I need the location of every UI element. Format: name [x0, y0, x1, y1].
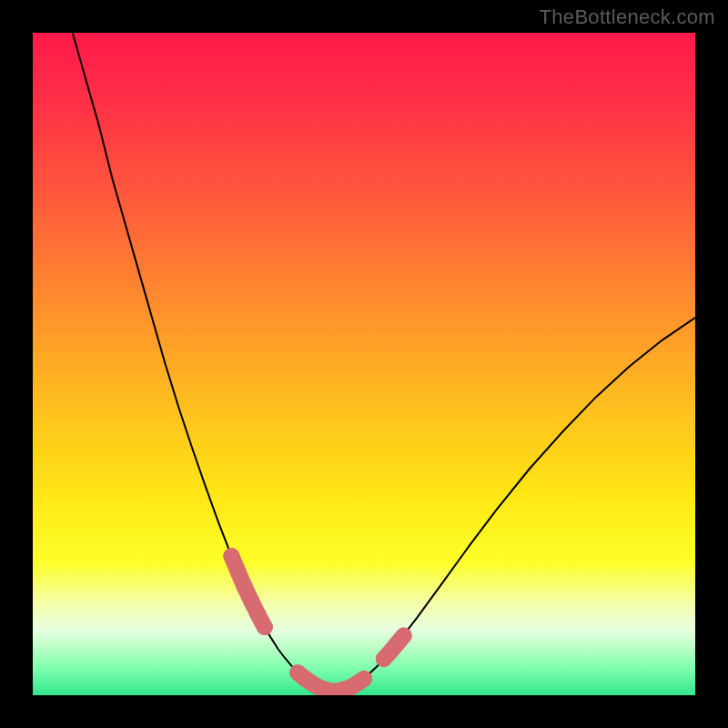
data-marker — [356, 671, 372, 687]
data-marker — [257, 619, 273, 635]
curve-line — [73, 33, 695, 692]
chart-stage: TheBottleneck.com — [0, 0, 728, 728]
plot-area — [33, 33, 695, 695]
chart-svg — [33, 33, 695, 695]
attribution-text: TheBottleneck.com — [540, 5, 715, 29]
data-marker — [396, 628, 412, 644]
data-marker — [230, 564, 247, 581]
data-marker — [237, 579, 253, 595]
data-marker — [223, 548, 239, 564]
